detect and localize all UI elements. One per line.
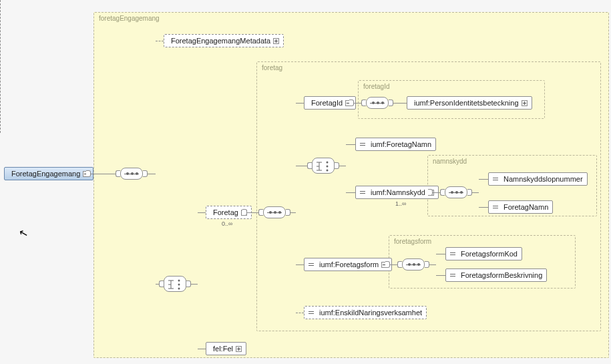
felfel-node[interactable]: fel:Fel: [206, 342, 246, 355]
enskild-node[interactable]: iumf:EnskildNaringsverksamhet: [304, 306, 427, 319]
eq-icon: [450, 250, 457, 257]
seqFf-left-stub: [397, 261, 402, 268]
sequence-foretagId[interactable]: [366, 97, 389, 109]
namnskydd-label: iumf:Namnskydd: [368, 188, 425, 198]
group-foretagsform-label: foretagsform: [394, 238, 431, 245]
seq1-left-stub: [116, 170, 120, 177]
namnskyddslop-label: Namnskyddslopnummer: [501, 174, 583, 184]
eq-icon: [360, 141, 367, 148]
seqFid-left-stub: [361, 100, 366, 106]
root-node[interactable]: ForetagEngagemang: [4, 167, 93, 180]
choice1-right-stub: [186, 281, 191, 287]
choice-root[interactable]: [164, 276, 186, 292]
eq-icon: [360, 189, 367, 196]
foretagsform-stub: [385, 261, 390, 268]
seqFid-right-stub: [389, 100, 393, 106]
svg-point-1: [178, 284, 180, 286]
root-node-label: ForetagEngagemang: [9, 169, 80, 179]
seq1-right-stub: [143, 170, 148, 177]
foretagNamn-label: iumf:ForetagNamn: [368, 140, 431, 150]
foretagId-node[interactable]: ForetagId: [304, 96, 356, 110]
foretagId-label: ForetagId: [309, 98, 343, 108]
choice2-left-stub: [307, 162, 312, 169]
sequence-root[interactable]: [120, 168, 143, 180]
svg-point-4: [327, 166, 329, 168]
foretagsformBeskr-node[interactable]: ForetagsformBeskrivning: [445, 268, 547, 282]
foretagsformKod-label: ForetagsformKod: [458, 249, 518, 259]
choice-name[interactable]: [312, 158, 335, 174]
foretagId-stub: [349, 100, 354, 106]
seq2-left-stub: [258, 209, 263, 216]
eq-icon: [309, 309, 315, 316]
foretag-cardinality: 0..∞: [222, 220, 232, 227]
seqFf-right-stub: [425, 261, 429, 268]
foretagsform-node[interactable]: iumf:Foretagsform: [304, 258, 392, 271]
namnskydd-cardinality: 1..∞: [395, 200, 406, 207]
eq-icon: [450, 272, 457, 279]
sequence-foretag[interactable]: [263, 206, 286, 218]
schema-diagram: { "root": { "label": "ForetagEngagemang"…: [0, 0, 611, 364]
foretag-stub: [242, 209, 247, 216]
foretagsformKod-node[interactable]: ForetagsformKod: [445, 247, 522, 260]
svg-point-0: [178, 280, 180, 282]
choice1-left-stub: [159, 281, 164, 287]
namnskydd-stub: [428, 189, 433, 196]
svg-point-2: [178, 288, 180, 290]
mouse-cursor-icon: ↖: [17, 226, 29, 241]
namnskyddslop-node[interactable]: Namnskyddslopnummer: [488, 172, 588, 186]
foretag-label: Foretag: [210, 208, 238, 218]
group-foretag-label: foretag: [262, 64, 282, 71]
seqNs-left-stub: [440, 189, 445, 196]
sequence-foretagsform[interactable]: [402, 258, 425, 270]
metadata-label: ForetagEngagemangMetadata: [168, 36, 270, 46]
namnskydd-node[interactable]: iumf:Namnskydd: [355, 186, 439, 199]
foretagsform-label: iumf:Foretagsform: [317, 260, 379, 270]
expand-icon[interactable]: [236, 346, 242, 352]
seq2-right-stub: [286, 209, 290, 216]
felfel-label: fel:Fel: [210, 344, 233, 354]
personIdent-node[interactable]: iumf:PersonIdentitetsbeteckning: [407, 96, 532, 110]
choice2-right-stub: [335, 162, 339, 169]
group-namnskydd-label: namnskydd: [433, 158, 467, 165]
eq-icon: [309, 261, 315, 268]
expand-icon[interactable]: [273, 38, 279, 44]
root-stub: [86, 170, 91, 177]
foretagNamn-node[interactable]: iumf:ForetagNamn: [355, 138, 436, 151]
group-main-label: foretagEngagemang: [99, 15, 160, 22]
expand-icon[interactable]: [522, 100, 528, 106]
foretagsformBeskr-label: ForetagsformBeskrivning: [458, 270, 542, 281]
enskild-label: iumf:EnskildNaringsverksamhet: [317, 308, 422, 318]
svg-point-3: [327, 162, 329, 164]
svg-point-5: [327, 170, 329, 172]
eq-icon: [493, 176, 499, 182]
personIdent-label: iumf:PersonIdentitetsbeteckning: [411, 98, 519, 108]
foretagNamn2-node[interactable]: ForetagNamn: [488, 200, 553, 214]
metadata-node[interactable]: ForetagEngagemangMetadata: [164, 34, 284, 47]
foretagNamn2-label: ForetagNamn: [501, 202, 548, 212]
group-foretagId-label: foretagId: [363, 83, 389, 90]
eq-icon: [493, 204, 499, 210]
seqNs-right-stub: [467, 189, 472, 196]
sequence-namnskydd[interactable]: [445, 186, 467, 198]
